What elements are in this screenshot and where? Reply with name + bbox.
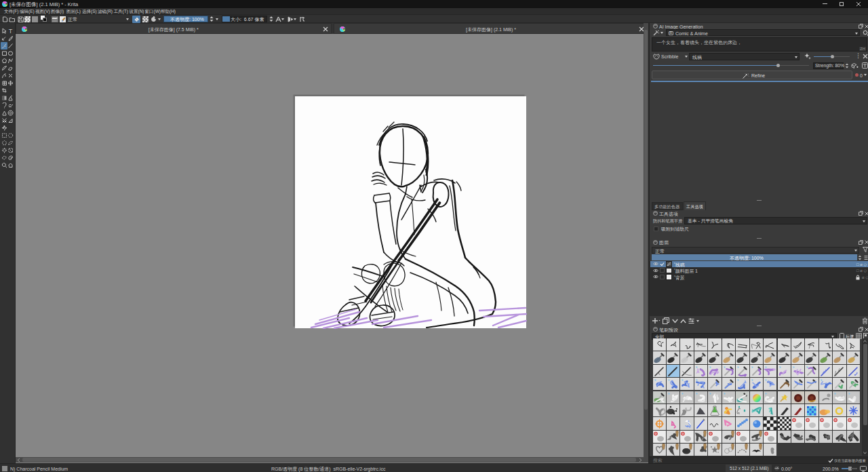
svg-text:T: T [9, 28, 13, 35]
